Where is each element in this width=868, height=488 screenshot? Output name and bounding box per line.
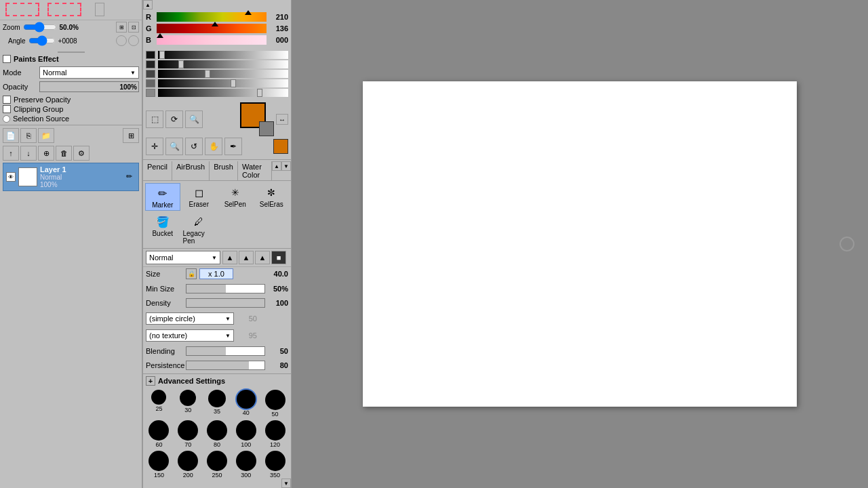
brush-tab-scroll-up[interactable]: ▲ [272,161,281,171]
brush-size-handle[interactable] [840,237,854,251]
min-size-bar[interactable] [186,284,265,293]
shape-btn-dark[interactable]: ■ [271,251,286,264]
angle-btn1[interactable] [116,35,127,46]
gray-slider-1[interactable] [158,51,288,59]
blend-mode-dropdown[interactable]: Normal [146,251,220,264]
brush-tool-legacypen[interactable]: 🖊 Legacy Pen [182,212,217,246]
preset-150[interactable]: 150 [146,451,172,479]
zoom-tool-btn[interactable]: 🔍 [165,138,183,155]
layer-options-btn[interactable]: ⊞ [123,128,139,143]
brush-tab-scroll-dn[interactable]: ▼ [281,161,291,171]
preset-label-25: 25 [155,405,162,412]
preset-200[interactable]: 200 [175,451,201,479]
selection-rect-btn[interactable]: ⬚ [146,110,163,128]
folder-btn[interactable]: 📁 [38,128,54,143]
rotate-tool-btn[interactable]: ↺ [185,138,203,155]
settings-layer-btn[interactable]: ⚙ [73,146,90,161]
selection-source-label[interactable]: Selection Source [13,115,69,123]
mode-label: Mode [3,68,37,77]
layer-edit-icon[interactable]: ✏ [126,172,136,182]
preset-300[interactable]: 300 [233,451,259,479]
g-label: G [146,24,154,33]
hand-tool-btn[interactable]: ✋ [205,138,222,155]
lasso-btn[interactable]: ⟳ [165,110,183,128]
opacity-bar[interactable]: 100% [39,81,139,92]
preset-25[interactable]: 25 [146,390,172,418]
angle-btn2[interactable] [128,35,139,46]
preset-100[interactable]: 100 [233,420,259,448]
scroll-up-btn[interactable]: ▲ [143,0,153,9]
size-multiplier[interactable]: x 1.0 [199,268,233,279]
brush-tool-marker[interactable]: ✏ Marker [145,183,180,211]
selection-source-radio[interactable] [3,115,10,123]
layer-item[interactable]: 👁 Layer 1 Normal 100% ✏ [3,163,139,191]
preset-120[interactable]: 120 [262,420,288,448]
preset-label-30: 30 [184,407,191,413]
density-bar[interactable] [186,298,265,308]
density-label: Density [146,299,183,307]
texture-dropdown-value: (no texture) [149,331,187,340]
blending-bar[interactable] [186,346,265,356]
tab-airbrush[interactable]: AirBrush [172,161,210,180]
tab-watercolor[interactable]: Water Color [238,161,272,180]
r-slider[interactable] [157,12,267,22]
advanced-settings-toggle[interactable]: + [146,376,155,386]
brush-tool-eraser[interactable]: ◻ Eraser [182,183,217,211]
move-tool-btn[interactable]: ✛ [146,138,163,155]
angle-slider[interactable] [28,37,56,44]
brush-tool-seleras[interactable]: ✼ SelEras [254,183,290,211]
preset-60[interactable]: 60 [146,420,172,448]
zoom-slider[interactable] [23,24,57,30]
angle-value: +0008 [58,37,77,45]
size-lock-btn[interactable]: 🔒 [186,268,197,279]
preset-250[interactable]: 250 [204,451,231,479]
move-dn-btn[interactable]: ↓ [20,146,37,161]
bg-color-swatch[interactable] [259,121,274,136]
tab-brush[interactable]: Brush [210,161,238,180]
move-up-btn[interactable]: ↑ [3,146,19,161]
swap-color-btn[interactable]: ↔ [276,114,288,125]
persistence-bar[interactable] [186,361,265,370]
gray-slider-3[interactable] [158,70,288,78]
mode-value: Normal [43,68,66,77]
layer-eye-btn[interactable]: 👁 [6,172,16,182]
eyedropper-btn[interactable]: 🔍 [185,110,203,128]
canvas[interactable] [363,81,797,407]
pen-tool-btn[interactable]: ✒ [224,138,242,155]
gray-slider-4[interactable] [158,79,288,87]
zoom-fit-btn[interactable]: ⊞ [116,22,127,33]
texture-dropdown[interactable]: (no texture) [146,329,234,342]
preserve-opacity-label[interactable]: Preserve Opacity [14,96,71,104]
brush-tool-bucket[interactable]: 🪣 Bucket [145,212,180,246]
g-slider[interactable] [157,24,267,33]
b-slider[interactable] [157,35,267,45]
tab-pencil[interactable]: Pencil [143,161,172,180]
new-layer-btn[interactable]: 📄 [3,128,19,143]
preset-50[interactable]: 50 [262,390,288,418]
shape-btn-1[interactable]: ▲ [222,251,237,264]
preset-30[interactable]: 30 [175,390,201,418]
zoom-btn2[interactable]: ⊡ [128,22,139,33]
gray-slider-2[interactable] [158,60,288,68]
shape-btn-3[interactable]: ▲ [255,251,270,264]
merge-btn[interactable]: ⊕ [38,146,54,161]
shape-dropdown[interactable]: (simple circle) [146,312,234,325]
preset-80[interactable]: 80 [204,420,231,448]
preserve-opacity-checkbox[interactable] [3,96,11,104]
clipping-group-checkbox[interactable] [3,105,11,113]
preset-350[interactable]: 350 [262,451,288,479]
clipping-group-label[interactable]: Clipping Group [14,105,63,113]
paints-effect-checkbox[interactable] [3,55,11,63]
delete-layer-btn[interactable]: 🗑 [56,146,72,161]
shape-btn-2[interactable]: ▲ [239,251,254,264]
preset-70[interactable]: 70 [175,420,201,448]
brush-tool-selpen[interactable]: ✳ SelPen [218,183,253,211]
mode-dropdown[interactable]: Normal [39,66,139,79]
preset-scroll-dn[interactable]: ▼ [281,479,291,488]
preset-35[interactable]: 35 [204,390,231,418]
gray-slider-5[interactable] [158,89,288,97]
copy-layer-btn[interactable]: ⎘ [20,128,37,143]
preset-40[interactable]: 40 [233,390,259,418]
color-swatch-small[interactable] [273,139,288,154]
preset-circle-250 [207,451,227,471]
